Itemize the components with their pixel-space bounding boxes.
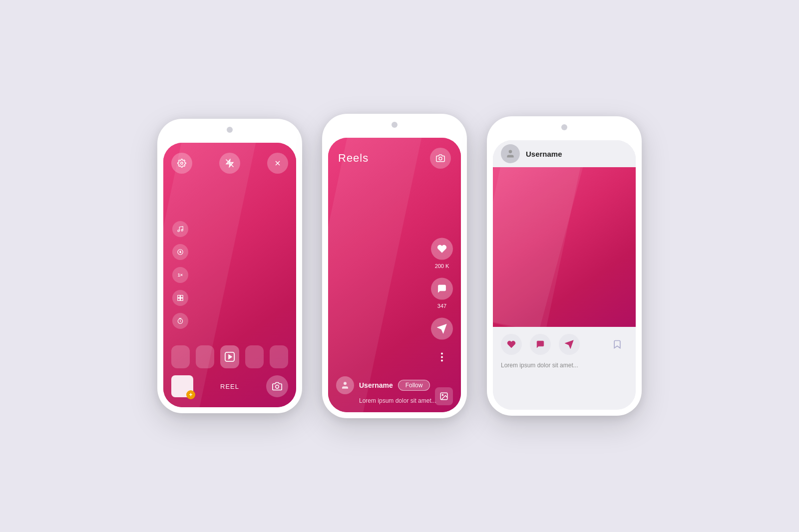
gallery-dot-3[interactable] [245, 345, 264, 368]
svg-rect-12 [181, 298, 183, 301]
svg-point-17 [439, 157, 442, 160]
reel-label: REEL [220, 383, 239, 390]
plus-badge: + [186, 390, 195, 399]
camera-icon-reels[interactable] [430, 148, 451, 169]
gallery-dots [171, 345, 288, 368]
comment-button[interactable] [431, 278, 453, 300]
more-group [441, 349, 443, 362]
post-share-button[interactable] [559, 334, 580, 355]
gallery-dot-4[interactable] [270, 345, 288, 368]
speed-icon[interactable]: 1× [172, 267, 188, 283]
post-username: Username [526, 150, 562, 158]
post-image [493, 167, 636, 327]
camera-notch-1 [227, 127, 233, 133]
phone-1-top-icons [171, 153, 288, 174]
stopwatch-icon[interactable] [172, 313, 188, 329]
camera-notch-3 [561, 124, 567, 130]
reels-caption: Lorem ipsum dolor sit amet... [359, 397, 453, 404]
gallery-dot-reel[interactable] [220, 345, 239, 368]
reels-title: Reels [338, 152, 369, 165]
post-user-avatar [501, 144, 520, 163]
phone-1-screen: 1× [163, 143, 296, 407]
close-icon[interactable] [267, 153, 288, 174]
comment-count: 347 [437, 303, 446, 309]
settings-icon[interactable] [171, 153, 192, 174]
timer-icon[interactable] [172, 244, 188, 260]
camera-button[interactable] [266, 375, 288, 397]
phone-1-side-icons: 1× [172, 221, 188, 329]
comment-group: 347 [431, 278, 453, 309]
follow-button[interactable]: Follow [398, 380, 430, 391]
like-count: 200 K [435, 263, 449, 269]
share-group [431, 318, 453, 340]
phones-container: 1× [157, 114, 642, 418]
user-avatar-reels [336, 376, 354, 394]
svg-marker-25 [566, 341, 573, 348]
more-options-icon[interactable] [441, 353, 443, 362]
svg-rect-10 [181, 295, 183, 298]
phone-3-top-bar: Username [493, 140, 636, 167]
post-bookmark-button[interactable] [607, 334, 628, 355]
gallery-dot-2[interactable] [196, 345, 214, 368]
svg-point-20 [344, 382, 347, 385]
flash-off-icon[interactable] [219, 153, 240, 174]
svg-rect-11 [178, 298, 180, 301]
svg-point-23 [509, 150, 512, 154]
svg-point-6 [181, 230, 183, 232]
phone-1-bottom-bar: + REEL [171, 375, 288, 397]
camera-notch-2 [392, 122, 398, 128]
post-caption: Lorem ipsum dolor sit amet... [501, 362, 628, 369]
phone-3-screen: Username [493, 140, 636, 410]
phone-2-user-row: Username Follow [336, 376, 453, 394]
gallery-dot-1[interactable] [171, 345, 190, 368]
reels-username: Username [359, 381, 393, 389]
music-icon[interactable] [172, 221, 188, 237]
phone-1: 1× [157, 119, 302, 413]
phone-3-actions [501, 334, 628, 355]
phone-2-header: Reels [338, 148, 451, 169]
svg-point-16 [276, 385, 279, 389]
like-button[interactable] [431, 238, 453, 260]
like-group: 200 K [431, 238, 453, 269]
post-comment-button[interactable] [530, 334, 551, 355]
post-like-button[interactable] [501, 334, 522, 355]
svg-rect-9 [178, 295, 180, 298]
svg-point-5 [178, 230, 180, 232]
svg-point-8 [180, 252, 181, 253]
svg-point-0 [181, 162, 183, 165]
share-button[interactable] [431, 318, 453, 340]
phone-3: Username [487, 116, 642, 416]
layout-icon[interactable] [172, 290, 188, 306]
svg-marker-15 [229, 355, 232, 358]
phone-2-screen: Reels 200 K [328, 138, 461, 412]
gallery-thumbnail[interactable]: + [171, 375, 193, 397]
phone-1-bottom: + REEL [163, 339, 296, 407]
phone-2-right-icons: 200 K 347 [431, 238, 453, 362]
phone-2-bottom: Username Follow Lorem ipsum dolor sit am… [328, 370, 461, 412]
phone-2: Reels 200 K [322, 114, 467, 418]
svg-marker-19 [438, 324, 446, 333]
